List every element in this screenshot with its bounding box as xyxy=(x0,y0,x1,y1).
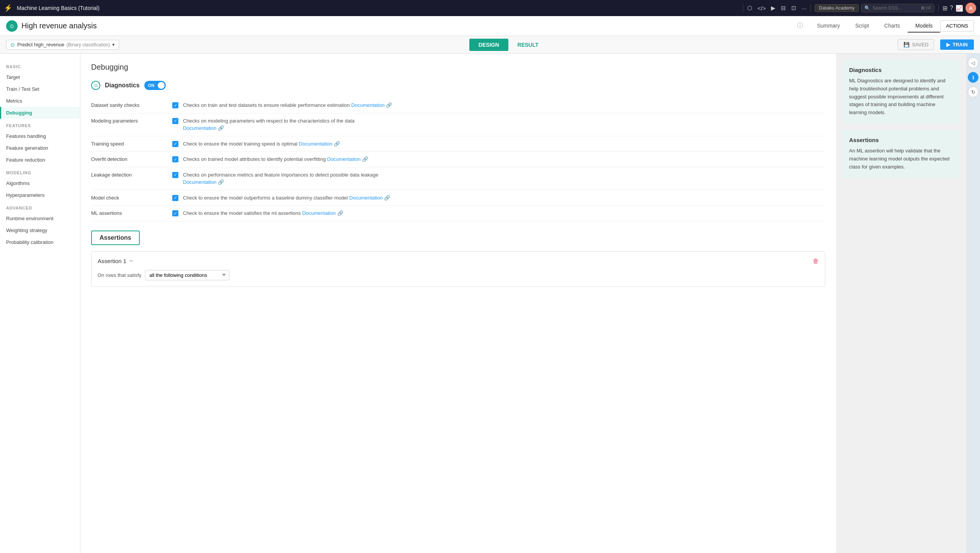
main-layout: BASIC Target Train / Test Set Metrics De… xyxy=(0,54,980,553)
info-icon[interactable]: ⓘ xyxy=(797,22,803,30)
rail-refresh-btn[interactable]: ↻ xyxy=(968,87,978,97)
external-link-icon-6: 🔗 xyxy=(337,210,343,216)
result-button[interactable]: RESULT xyxy=(508,39,548,51)
doc-link-ml-assertions[interactable]: Documentation xyxy=(302,210,335,216)
predict-dropdown-icon[interactable]: ▾ xyxy=(112,42,115,47)
check-label-dataset-sanity: Dataset sanity checks xyxy=(91,101,168,108)
conditions-select[interactable]: all the following conditions any of the … xyxy=(145,270,229,280)
actions-button[interactable]: ACTIONS xyxy=(940,20,974,31)
tab-script[interactable]: Script xyxy=(848,20,877,33)
diagnostics-title: Diagnostics xyxy=(105,82,140,89)
checkbox-training-speed[interactable]: ✓ xyxy=(172,141,178,147)
check-desc-model-check: Check to ensure the model outperforms a … xyxy=(183,194,825,202)
search-box[interactable]: 🔍 ⌘⇧F xyxy=(861,4,934,12)
sidebar-item-hyperparameters[interactable]: Hyperparameters xyxy=(0,189,80,201)
sidebar-item-debugging[interactable]: Debugging xyxy=(0,107,80,119)
train-label: TRAIN xyxy=(952,42,968,47)
checkbox-model-check[interactable]: ✓ xyxy=(172,195,178,201)
top-nav: ⚡ Machine Learning Basics (Tutorial) ⬡ <… xyxy=(0,0,980,16)
check-row-modeling-params: Modeling parameters ✓ Checks on modeling… xyxy=(91,113,825,136)
check-row-ml-assertions: ML assertions ✓ Check to ensure the mode… xyxy=(91,206,825,221)
app-title: Machine Learning Basics (Tutorial) xyxy=(17,5,739,11)
diagnostics-toggle[interactable]: ON xyxy=(144,81,166,90)
sidebar-item-target[interactable]: Target xyxy=(0,71,80,83)
right-panel: Diagnostics ML Diagnostics are designed … xyxy=(836,54,966,553)
assertions-info-card: Assertions An ML assertion will help val… xyxy=(842,130,960,178)
help-icon[interactable]: ? xyxy=(950,5,953,11)
diagnostics-icon: ⊙ xyxy=(91,81,100,90)
nav-separator-2 xyxy=(810,4,811,12)
train-button[interactable]: ▶ TRAIN xyxy=(940,39,974,50)
doc-link-overfit[interactable]: Documentation xyxy=(327,156,361,162)
dataiku-badge[interactable]: Dataiku Academy xyxy=(815,4,859,12)
table-icon[interactable]: ⊟ xyxy=(781,5,786,11)
check-label-training-speed: Training speed xyxy=(91,140,168,147)
dataiku-logo[interactable]: ⚡ xyxy=(4,4,12,12)
sidebar: BASIC Target Train / Test Set Metrics De… xyxy=(0,54,80,553)
checkbox-overfit[interactable]: ✓ xyxy=(172,156,178,162)
doc-link-leakage[interactable]: Documentation xyxy=(183,179,216,185)
sidebar-item-feature-reduction[interactable]: Feature reduction xyxy=(0,154,80,166)
assertion-edit-icon[interactable]: ✏ xyxy=(129,258,134,264)
predict-label: Predict high_revenue xyxy=(17,42,64,47)
sidebar-item-algorithms[interactable]: Algorithms xyxy=(0,177,80,189)
assertion-card-1: Assertion 1 ✏ 🗑 On rows that satisfy all… xyxy=(91,251,825,287)
more-icon[interactable]: ··· xyxy=(802,5,807,11)
toggle-circle xyxy=(158,82,165,89)
sidebar-item-metrics[interactable]: Metrics xyxy=(0,95,80,107)
layout-icon[interactable]: ⊡ xyxy=(791,5,796,11)
checkbox-ml-assertions[interactable]: ✓ xyxy=(172,210,178,216)
sidebar-section-basic: BASIC Target Train / Test Set Metrics De… xyxy=(0,60,80,119)
rail-arrow-left[interactable]: ◁ xyxy=(968,57,978,68)
run-icon[interactable]: ▶ xyxy=(771,5,776,11)
sidebar-item-feature-generation[interactable]: Feature generation xyxy=(0,142,80,154)
sidebar-item-features-handling[interactable]: Features handling xyxy=(0,130,80,142)
tab-summary[interactable]: Summary xyxy=(809,20,848,33)
content-area: Debugging ⊙ Diagnostics ON Dataset sanit… xyxy=(80,54,980,553)
rail-info-btn[interactable]: ℹ xyxy=(968,72,978,83)
second-bar: ⊙ High revenue analysis ⓘ Summary Script… xyxy=(0,16,980,36)
check-desc-overfit: Checks on trained model attributes to id… xyxy=(183,155,825,163)
assertion-header-1: Assertion 1 ✏ 🗑 xyxy=(98,258,819,265)
flow-icon[interactable]: ⬡ xyxy=(747,5,752,11)
doc-link-dataset-sanity[interactable]: Documentation xyxy=(351,102,384,108)
search-input[interactable] xyxy=(872,5,918,11)
doc-link-model-check[interactable]: Documentation xyxy=(349,195,382,201)
predict-icon: ⊙ xyxy=(10,42,15,48)
external-link-icon-4: 🔗 xyxy=(218,179,224,185)
checkbox-dataset-sanity[interactable]: ✓ xyxy=(172,102,178,108)
check-row-dataset-sanity: Dataset sanity checks ✓ Checks on train … xyxy=(91,98,825,113)
tab-charts[interactable]: Charts xyxy=(877,20,908,33)
checkbox-modeling-params[interactable]: ✓ xyxy=(172,118,178,124)
saved-button[interactable]: 💾 SAVED xyxy=(898,39,934,50)
nav-separator xyxy=(743,4,743,12)
doc-link-training-speed[interactable]: Documentation xyxy=(299,141,332,147)
sidebar-item-runtime-env[interactable]: Runtime environment xyxy=(0,213,80,224)
sidebar-item-weighting[interactable]: Weighting strategy xyxy=(0,224,80,236)
check-desc-training-speed: Check to ensure the model training speed… xyxy=(183,140,825,148)
tab-models[interactable]: Models xyxy=(908,20,940,33)
design-button[interactable]: DESIGN xyxy=(469,39,508,51)
external-link-icon-0: 🔗 xyxy=(386,102,392,108)
check-row-leakage: Leakage detection ✓ Checks on performanc… xyxy=(91,167,825,190)
doc-link-modeling-params[interactable]: Documentation xyxy=(183,125,216,131)
check-desc-modeling-params: Checks on modeling parameters with respe… xyxy=(183,117,825,132)
check-label-model-check: Model check xyxy=(91,194,168,201)
assertions-tab[interactable]: Assertions xyxy=(91,231,140,245)
sidebar-item-train-test[interactable]: Train / Test Set xyxy=(0,83,80,95)
user-avatar[interactable]: A xyxy=(965,3,976,13)
code-icon[interactable]: </> xyxy=(758,5,766,11)
predict-badge[interactable]: ⊙ Predict high_revenue (Binary classific… xyxy=(6,40,119,50)
sidebar-item-probability-cal[interactable]: Probability calibration xyxy=(0,236,80,248)
activity-icon[interactable]: 📈 xyxy=(956,5,963,12)
third-bar: ⊙ Predict high_revenue (Binary classific… xyxy=(0,36,980,54)
grid-icon[interactable]: ⊞ xyxy=(942,5,947,12)
external-link-icon-3: 🔗 xyxy=(362,156,368,162)
check-row-overfit: Overfit detection ✓ Checks on trained mo… xyxy=(91,152,825,167)
section-title-features: FEATURES xyxy=(0,119,80,130)
diagnostics-checks: Dataset sanity checks ✓ Checks on train … xyxy=(91,98,825,221)
check-desc-leakage: Checks on performance metrics and featur… xyxy=(183,171,825,186)
external-link-icon-1: 🔗 xyxy=(218,125,224,131)
assertion-delete-icon[interactable]: 🗑 xyxy=(813,258,819,265)
checkbox-leakage[interactable]: ✓ xyxy=(172,172,178,178)
